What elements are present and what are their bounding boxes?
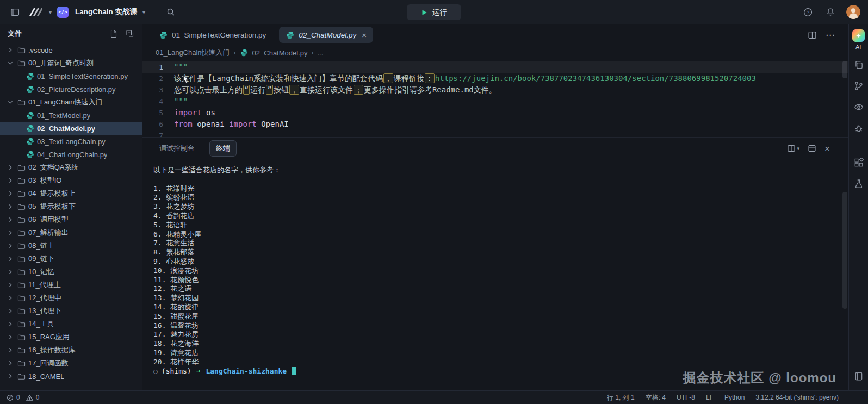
tree-folder-item[interactable]: 02_文档QA系统 [0, 161, 142, 174]
terminal-scrollbar[interactable] [842, 192, 847, 309]
tree-folder-item[interactable]: 04_提示模板上 [0, 187, 142, 200]
statusbar: 0 0 行 1, 列 1空格: 4UTF-8LFPython3.12.2 64-… [0, 390, 868, 404]
statusbar-item[interactable]: LF [706, 394, 714, 401]
test-flask-icon[interactable] [852, 177, 865, 190]
bell-icon[interactable] [823, 5, 838, 19]
new-file-icon[interactable] [109, 29, 118, 38]
terminal-line: 16. 温馨花坊 [153, 321, 848, 331]
terminal-lines: 以下是一些适合花店的名字，供你参考：1. 花漾时光2. 缤纷花语3. 花之梦坊4… [153, 166, 848, 367]
collapse-folders-icon[interactable] [126, 29, 134, 38]
code-editor[interactable]: 1"""2该文件是【LangChain系统安装和快速入门】章节的配套代码，课程链… [142, 60, 848, 137]
workspace-title[interactable]: LangChain 实战课 [75, 7, 137, 17]
more-actions-icon[interactable]: ⋯ [826, 29, 835, 41]
chevron-icon [7, 255, 14, 263]
python-file-icon [159, 30, 168, 39]
statusbar-item[interactable]: 3.12.2 64-bit ('shims': pyenv) [755, 394, 839, 401]
terminal-prompt[interactable]: ○ (shims) ➜ LangChain-shizhanke [153, 367, 848, 376]
course-link[interactable]: https://juejin.cn/book/73877023474361303… [435, 74, 756, 83]
sidebar-toggle-icon[interactable] [8, 5, 22, 19]
terminal-line: 12. 花之语 [153, 284, 848, 294]
folder-icon [17, 372, 26, 381]
eye-icon[interactable] [852, 101, 865, 114]
tree-folder-item[interactable]: 05_提示模板下 [0, 200, 142, 213]
tree-file-item[interactable]: 01_TextModel.py [0, 109, 142, 122]
tree-folder-item[interactable]: 17_回调函数 [0, 357, 142, 370]
tree-folder-item[interactable]: 11_代理上 [0, 278, 142, 291]
terminal-output[interactable]: 以下是一些适合花店的名字，供你参考：1. 花漾时光2. 缤纷花语3. 花之梦坊4… [142, 159, 848, 390]
extensions-icon[interactable] [852, 156, 865, 169]
tree-folder-item[interactable]: 06_调用模型 [0, 213, 142, 226]
source-control-icon[interactable] [852, 79, 865, 92]
statusbar-item[interactable]: 空格: 4 [646, 393, 666, 402]
tree-folder-item[interactable]: 00_开篇词_奇点时刻 [0, 57, 142, 70]
tab-terminal[interactable]: 终端 [209, 140, 237, 157]
bottom-panel: 调试控制台 终端 ▾ × 以下是一些适合花店的名字，供你参考：1. 花漾时光2.… [142, 137, 848, 390]
tab-simpletextgeneration[interactable]: 01_SimpleTextGeneration.py [152, 27, 272, 43]
statusbar-item[interactable]: 行 1, 列 1 [607, 393, 635, 402]
notebook-icon[interactable] [852, 370, 865, 383]
main-area: 文件 .vscode00_开篇词_奇点时刻01_SimpleTextGenera… [0, 24, 868, 390]
tree-file-item[interactable]: 02_PictureDescription.py [0, 83, 142, 96]
folder-icon [17, 294, 26, 302]
tree-folder-item[interactable]: 14_工具 [0, 318, 142, 331]
tree-file-item[interactable]: 01_SimpleTextGeneration.py [0, 70, 142, 83]
run-button[interactable]: 运行 [407, 4, 461, 20]
chevron-icon [7, 307, 14, 315]
problems-indicator[interactable]: 0 0 [7, 394, 39, 401]
app-logo-icon[interactable] [27, 6, 44, 18]
tree-item-label: .vscode [28, 46, 53, 54]
tree-folder-item[interactable]: 08_链上 [0, 239, 142, 252]
tree-folder-item[interactable]: 13_代理下 [0, 304, 142, 318]
terminal-line: 9. 心花怒放 [153, 257, 848, 266]
tree-file-item[interactable]: 04_ChatLongChain.py [0, 148, 142, 161]
code-line-content: 您可以点击最上方的“运行”按钮，直接运行该文件；更多操作指引请参考Readme.… [174, 84, 497, 96]
terminal-line: 18. 花之海洋 [153, 339, 848, 349]
tree-folder-item[interactable]: 03_模型IO [0, 174, 142, 187]
prompt-env: (shims) [162, 367, 191, 376]
workspace-chevron-icon[interactable]: ▾ [49, 9, 52, 15]
python-file-icon [286, 30, 294, 39]
split-terminal-icon[interactable]: ▾ [787, 144, 800, 153]
code-line-content: 该文件是【LangChain系统安装和快速入门】章节的配套代码，课程链接：htt… [174, 73, 756, 84]
terminal-line: 2. 缤纷花语 [153, 193, 848, 202]
breadcrumb-folder[interactable]: 01_LangChain快速入门 [156, 48, 230, 58]
panel-header: 调试控制台 终端 ▾ × [142, 138, 848, 159]
tree-item-label: 03_模型IO [28, 176, 61, 185]
debug-bug-icon[interactable] [852, 122, 865, 135]
tree-folder-item[interactable]: 07_解析输出 [0, 226, 142, 239]
project-chevron-icon[interactable]: ▾ [142, 9, 145, 15]
titlebar: ▾ </> LangChain 实战课 ▾ 运行 ? [0, 0, 868, 24]
folder-icon [17, 281, 26, 289]
statusbar-item[interactable]: Python [724, 394, 745, 401]
maximize-panel-icon[interactable] [808, 144, 816, 153]
search-icon[interactable] [164, 5, 178, 19]
python-file-icon [26, 150, 34, 159]
statusbar-item[interactable]: UTF-8 [677, 394, 695, 401]
tree-file-item[interactable]: 03_TextLangChain.py [0, 135, 142, 148]
user-avatar[interactable] [846, 5, 860, 19]
tab-debug-console[interactable]: 调试控制台 [153, 141, 201, 156]
svg-text:?: ? [806, 9, 809, 15]
close-panel-icon[interactable]: × [824, 144, 830, 153]
tree-folder-item[interactable]: 10_记忆 [0, 265, 142, 278]
folder-icon [17, 189, 26, 198]
copy-files-icon[interactable] [852, 58, 865, 71]
chevron-icon [7, 294, 14, 302]
breadcrumb-symbol[interactable]: ... [317, 49, 323, 57]
code-line-content: """ [174, 61, 188, 73]
split-editor-icon[interactable] [808, 30, 817, 40]
tree-folder-item[interactable]: 15_RAG应用 [0, 331, 142, 344]
editor-scrollbar[interactable] [842, 61, 847, 78]
tree-folder-item[interactable]: 12_代理中 [0, 291, 142, 304]
tree-folder-item[interactable]: 09_链下 [0, 252, 142, 265]
tree-folder-item[interactable]: 18_CAMEL [0, 370, 142, 383]
tab-chatmodel[interactable]: 02_ChatModel.py × [279, 27, 373, 43]
close-tab-icon[interactable]: × [362, 31, 367, 39]
tree-folder-item[interactable]: .vscode [0, 43, 142, 57]
tree-folder-item[interactable]: 01_LangChain快速入门 [0, 96, 142, 109]
ai-assistant-icon[interactable]: ✦ [852, 29, 865, 42]
help-icon[interactable]: ? [801, 5, 815, 19]
tree-file-item[interactable]: 02_ChatModel.py [0, 122, 142, 135]
tree-folder-item[interactable]: 16_操作数据库 [0, 344, 142, 357]
breadcrumb-file[interactable]: 02_ChatModel.py [252, 49, 308, 57]
